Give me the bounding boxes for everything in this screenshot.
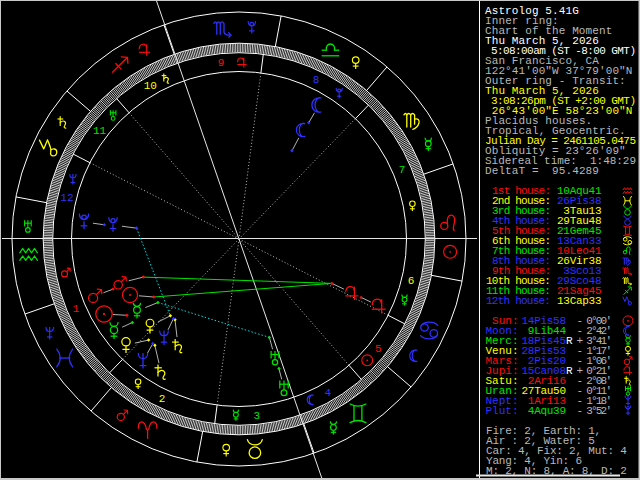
- svg-text:4: 4: [324, 387, 331, 399]
- svg-text:3: 3: [254, 410, 261, 422]
- svg-text:8: 8: [313, 74, 320, 86]
- svg-text:6: 6: [408, 275, 415, 287]
- svg-text:12: 12: [60, 192, 73, 204]
- svg-text:R: R: [566, 365, 573, 377]
- svg-text:- 3°52': - 3°52': [577, 405, 613, 417]
- svg-text:Plut:: Plut:: [485, 405, 518, 417]
- svg-text:DeltaT = 95.4289: DeltaT = 95.4289: [485, 165, 599, 177]
- svg-text:10: 10: [144, 80, 157, 92]
- svg-text:7: 7: [399, 164, 406, 176]
- svg-text:12th house:: 12th house:: [486, 295, 551, 307]
- svg-text:11: 11: [93, 125, 107, 137]
- svg-text:5: 5: [375, 343, 382, 355]
- svg-text:2: 2: [159, 393, 166, 405]
- svg-text:4Aqu39: 4Aqu39: [522, 405, 567, 417]
- svg-text:1: 1: [73, 303, 80, 315]
- svg-text:13Cap33: 13Cap33: [557, 295, 602, 307]
- svg-text:R: R: [566, 335, 573, 347]
- svg-text:9: 9: [218, 57, 225, 69]
